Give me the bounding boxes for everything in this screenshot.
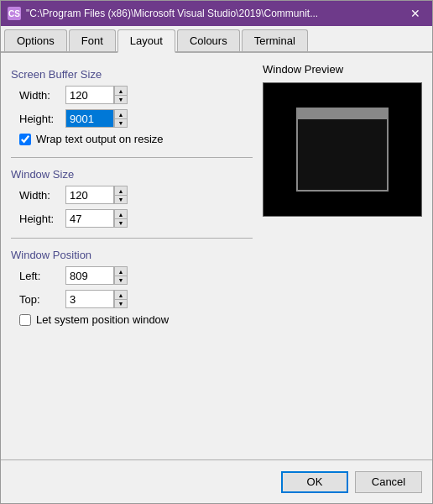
buffer-width-buttons: ▲ ▼ [114, 86, 128, 104]
window-left-input[interactable] [65, 266, 114, 285]
tab-terminal[interactable]: Terminal [242, 29, 308, 51]
main-window: CS "C:\Program Files (x86)\Microsoft Vis… [0, 0, 433, 504]
buffer-width-label: Width: [19, 89, 65, 102]
cancel-button[interactable]: Cancel [355, 471, 422, 493]
window-height-spinner: ▲ ▼ [65, 209, 128, 228]
left-panel: Screen Buffer Size Width: ▲ ▼ Height: ▲ [11, 63, 253, 449]
buffer-height-row: Height: ▲ ▼ [11, 109, 253, 128]
system-pos-label: Let system position window [36, 313, 169, 326]
window-height-input[interactable] [65, 209, 114, 228]
window-left-row: Left: ▲ ▼ [11, 266, 253, 285]
buffer-height-spinner: ▲ ▼ [65, 109, 128, 128]
window-height-buttons: ▲ ▼ [114, 209, 128, 228]
window-left-up[interactable]: ▲ [114, 266, 128, 276]
window-top-down[interactable]: ▼ [114, 299, 128, 308]
preview-inner-window [296, 108, 389, 192]
tab-bar: Options Font Layout Colours Terminal [1, 26, 432, 53]
window-width-buttons: ▲ ▼ [114, 186, 128, 204]
buffer-height-up[interactable]: ▲ [114, 109, 128, 118]
window-left-spinner: ▲ ▼ [65, 266, 128, 285]
window-size-section-label: Window Size [11, 168, 253, 181]
buffer-height-down[interactable]: ▼ [114, 118, 128, 128]
tab-font[interactable]: Font [69, 29, 116, 51]
window-top-buttons: ▲ ▼ [114, 290, 128, 308]
wrap-text-label: Wrap text output on resize [36, 133, 164, 145]
window-preview [263, 82, 422, 217]
buffer-height-label: Height: [19, 113, 65, 125]
wrap-text-row: Wrap text output on resize [11, 133, 253, 145]
footer: OK Cancel [1, 459, 432, 503]
buffer-height-buttons: ▲ ▼ [114, 109, 128, 128]
title-bar: CS "C:\Program Files (x86)\Microsoft Vis… [1, 1, 432, 26]
window-left-down[interactable]: ▼ [114, 276, 128, 285]
window-position-section-label: Window Position [11, 249, 253, 261]
app-icon: CS [8, 7, 21, 20]
window-left-buttons: ▲ ▼ [114, 266, 128, 285]
buffer-width-row: Width: ▲ ▼ [11, 86, 253, 104]
window-top-row: Top: ▲ ▼ [11, 290, 253, 308]
window-top-input[interactable] [65, 290, 114, 308]
screen-buffer-section-label: Screen Buffer Size [11, 68, 253, 81]
window-height-label: Height: [19, 213, 65, 225]
window-top-up[interactable]: ▲ [114, 290, 128, 299]
window-width-input[interactable] [65, 186, 114, 204]
separator-1 [11, 157, 253, 158]
buffer-height-input[interactable] [65, 109, 114, 128]
window-width-spinner: ▲ ▼ [65, 186, 128, 204]
system-pos-checkbox[interactable] [19, 314, 31, 326]
window-height-row: Height: ▲ ▼ [11, 209, 253, 228]
window-left-label: Left: [19, 270, 65, 282]
window-width-down[interactable]: ▼ [114, 195, 128, 204]
window-width-label: Width: [19, 189, 65, 202]
close-button[interactable]: ✕ [405, 3, 425, 24]
tab-layout[interactable]: Layout [117, 29, 175, 53]
buffer-width-input[interactable] [65, 86, 114, 104]
preview-label: Window Preview [263, 63, 422, 76]
window-width-row: Width: ▲ ▼ [11, 186, 253, 204]
title-bar-text: "C:\Program Files (x86)\Microsoft Visual… [26, 8, 405, 19]
tab-options[interactable]: Options [4, 29, 67, 51]
separator-2 [11, 238, 253, 239]
window-width-up[interactable]: ▲ [114, 186, 128, 195]
preview-titlebar [298, 109, 387, 119]
window-top-label: Top: [19, 293, 65, 306]
buffer-width-spinner: ▲ ▼ [65, 86, 128, 104]
window-height-down[interactable]: ▼ [114, 218, 128, 228]
system-pos-row: Let system position window [11, 313, 253, 326]
buffer-width-up[interactable]: ▲ [114, 86, 128, 95]
main-content: Screen Buffer Size Width: ▲ ▼ Height: ▲ [1, 53, 432, 459]
ok-button[interactable]: OK [281, 471, 348, 493]
buffer-width-down[interactable]: ▼ [114, 95, 128, 104]
tab-colours[interactable]: Colours [177, 29, 240, 51]
right-panel: Window Preview [263, 63, 422, 449]
window-top-spinner: ▲ ▼ [65, 290, 128, 308]
window-height-up[interactable]: ▲ [114, 209, 128, 218]
wrap-text-checkbox[interactable] [19, 134, 31, 145]
